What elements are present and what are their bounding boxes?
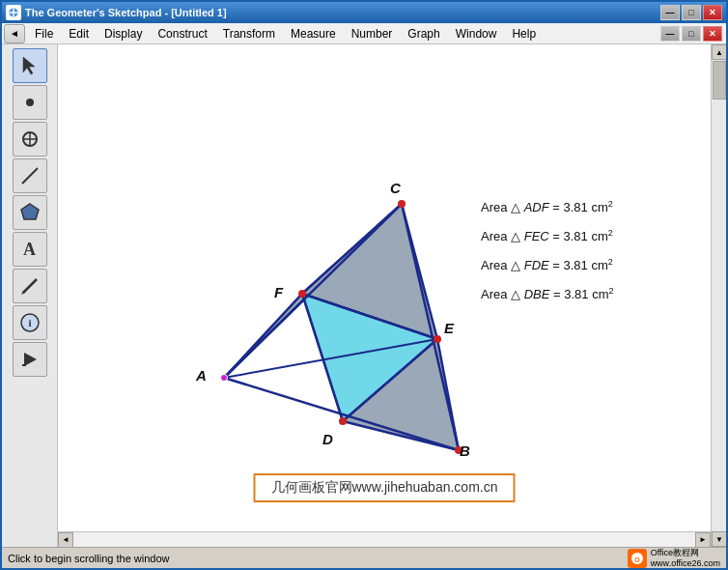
anim-tool[interactable] (13, 342, 47, 377)
menu-window[interactable]: Window (448, 25, 505, 43)
inner-close-button[interactable]: ✕ (703, 26, 722, 42)
scroll-track[interactable] (712, 60, 726, 531)
menu-back-button[interactable]: ◄ (4, 24, 25, 43)
title-bar-buttons: — □ ✕ (660, 5, 722, 20)
pencil-tool[interactable] (13, 269, 47, 303)
menu-display[interactable]: Display (97, 25, 150, 43)
point-F[interactable] (298, 290, 306, 298)
svg-marker-14 (24, 353, 37, 366)
menu-number[interactable]: Number (344, 25, 401, 43)
area-FEC: Area △ FEC = 3.81 cm2 (481, 228, 613, 243)
area-FDE: Area △ FDE = 3.81 cm2 (481, 257, 613, 272)
badge-text1: Office教程网 (651, 548, 720, 558)
menu-transform[interactable]: Transform (215, 25, 283, 43)
svg-rect-15 (22, 364, 26, 366)
badge-text2: www.office26.com (651, 558, 720, 569)
title-bar-left: The Geometer's Sketchpad - [Untitled 1] (6, 5, 227, 20)
area-DBE: Area △ DBE = 3.81 cm2 (481, 286, 614, 301)
bottom-scrollbar[interactable]: ◄ ► (58, 531, 711, 547)
label-E: E (444, 320, 454, 336)
svg-line-10 (23, 279, 37, 293)
info-tool[interactable]: i (13, 305, 47, 340)
line-tool[interactable] (13, 158, 47, 193)
text-tool[interactable]: A (13, 232, 47, 267)
office-icon: O (628, 549, 647, 568)
watermark-banner: 几何画板官网www.jihehuaban.com.cn (254, 473, 516, 502)
inner-minimize-button[interactable]: — (660, 26, 680, 42)
main-canvas[interactable]: C F E A D B Area △ ADF = 3.81 cm2 Area △… (58, 44, 711, 547)
svg-text:i: i (28, 317, 31, 328)
scroll-thumb[interactable] (713, 61, 726, 100)
content-area: A i (2, 44, 726, 547)
svg-line-8 (22, 168, 38, 184)
status-bar: Click to begin scrolling the window O Of… (2, 547, 726, 568)
menu-file[interactable]: File (27, 25, 61, 43)
label-D: D (322, 431, 333, 447)
menu-graph[interactable]: Graph (400, 25, 447, 43)
main-window: The Geometer's Sketchpad - [Untitled 1] … (0, 0, 728, 570)
canvas-wrapper: C F E A D B Area △ ADF = 3.81 cm2 Area △… (58, 44, 726, 547)
label-A: A (196, 367, 207, 384)
point-tool[interactable] (13, 85, 47, 120)
menu-construct[interactable]: Construct (150, 25, 214, 43)
maximize-button[interactable]: □ (682, 5, 701, 20)
drawing-canvas[interactable]: C F E A D B Area △ ADF = 3.81 cm2 Area △… (58, 44, 711, 531)
label-B: B (460, 442, 470, 459)
point-E[interactable] (434, 335, 441, 343)
close-button[interactable]: ✕ (703, 5, 722, 20)
scroll-up-button[interactable]: ▲ (712, 44, 726, 60)
scroll-right-button[interactable]: ► (695, 532, 711, 548)
title-bar: The Geometer's Sketchpad - [Untitled 1] … (2, 2, 726, 23)
compass-tool[interactable] (13, 122, 47, 157)
menu-edit[interactable]: Edit (61, 25, 97, 43)
svg-marker-3 (23, 57, 35, 74)
menu-bar: ◄ File Edit Display Construct Transform … (2, 23, 726, 44)
label-C: C (390, 180, 401, 196)
title-text: The Geometer's Sketchpad - [Untitled 1] (25, 7, 227, 18)
svg-point-4 (26, 99, 34, 106)
inner-maximize-button[interactable]: □ (682, 26, 701, 42)
svg-marker-9 (21, 204, 39, 219)
point-C[interactable] (398, 200, 406, 208)
area-ADF: Area △ ADF = 3.81 cm2 (481, 199, 613, 214)
scroll-down-button[interactable]: ▼ (712, 531, 726, 547)
point-D[interactable] (339, 417, 347, 425)
tool-panel: A i (2, 44, 58, 547)
right-scrollbar[interactable]: ▲ ▼ (711, 44, 726, 547)
menu-measure[interactable]: Measure (283, 25, 344, 43)
arrow-tool[interactable] (13, 48, 47, 83)
point-A[interactable] (220, 374, 228, 382)
canvas-scroll-area: C F E A D B Area △ ADF = 3.81 cm2 Area △… (58, 44, 726, 547)
svg-text:O: O (634, 556, 640, 562)
office-badge: Office教程网 www.office26.com (651, 548, 720, 569)
label-F: F (274, 284, 283, 300)
polygon-tool[interactable] (13, 195, 47, 230)
menu-help[interactable]: Help (504, 25, 544, 43)
minimize-button[interactable]: — (660, 5, 680, 20)
status-right: O Office教程网 www.office26.com (628, 548, 720, 569)
app-icon (6, 5, 21, 20)
scroll-left-button[interactable]: ◄ (58, 532, 73, 548)
status-text: Click to begin scrolling the window (8, 553, 170, 564)
